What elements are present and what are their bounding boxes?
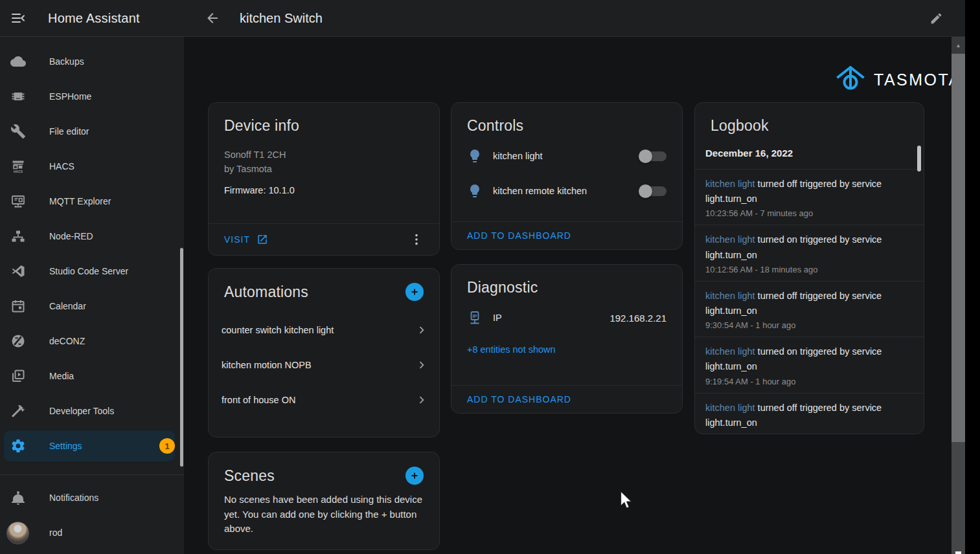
diagnostic-row-ip[interactable]: IP IP 192.168.2.21 [451,300,682,335]
open-in-new-icon [256,234,268,245]
back-arrow-icon[interactable] [205,10,220,26]
sidebar-item-node-red[interactable]: Node-RED [0,219,184,254]
chevron-right-icon [415,358,429,372]
entity-link[interactable]: kitchen light [705,346,755,357]
sidebar-item-user-profile[interactable]: rod [0,515,184,550]
sidebar-item-deconz[interactable]: deCONZ [0,324,184,359]
logbook-scrollbar-thumb[interactable] [917,146,921,172]
sidebar-item-calendar[interactable]: Calendar [0,289,184,324]
device-firmware: Firmware: 10.1.0 [224,185,424,195]
toggle-kitchen-light[interactable] [640,151,667,161]
logbook-timestamp: 10:12:56 AM - 18 minutes ago [705,265,913,274]
automations-card: Automations counter switch kitchen light… [208,268,440,438]
entity-link[interactable]: kitchen light [705,403,755,413]
main-scrollbar-thumb[interactable] [952,54,965,442]
vscode-icon [10,263,26,279]
sidebar-scrollbar-thumb[interactable] [180,248,183,467]
sidebar-item-hacs[interactable]: HACS HACS [0,149,184,184]
ip-network-icon: IP [467,310,483,326]
lightbulb-icon [467,148,483,164]
sidebar-item-developer-tools[interactable]: Developer Tools [0,393,184,428]
cloud-icon [10,54,26,69]
entity-link[interactable]: kitchen light [705,291,755,301]
tasmota-brand: TASMOTA [835,63,961,96]
entities-not-shown-link[interactable]: +8 entities not shown [451,335,682,365]
device-info-title: Device info [224,117,299,135]
device-model: Sonoff T1 2CH [224,148,424,162]
device-page: TASMOTA Device info Sonoff T1 2CH by Tas… [184,37,965,554]
logbook-timestamp: 9:19:54 AM - 1 hour ago [705,377,913,386]
store-icon: HACS [10,159,26,174]
sitemap-icon [10,228,26,244]
logbook-timestamp: 9:30:54 AM - 1 hour ago [705,320,913,330]
visit-button[interactable]: VISIT [224,234,268,245]
device-manufacturer: by Tasmota [224,162,424,176]
scrollbar-bottom-marker [955,551,961,554]
ip-value: 192.168.2.21 [610,313,667,324]
diagnostic-card: Diagnostic IP IP 192.168.2.21 +8 entitie… [451,264,683,414]
sidebar-item-backups[interactable]: Backups [0,44,184,79]
automation-row[interactable]: kitchen motion NOPB [209,348,439,382]
logbook-entry: kitchen light turned off triggered by se… [695,169,924,225]
toggle-kitchen-remote-kitchen[interactable] [640,186,667,196]
logbook-entry: kitchen light turned off triggered by se… [695,393,924,435]
mouse-cursor [619,491,633,513]
main-scrollbar: ▲ [952,37,965,554]
logbook-timestamp: 10:23:56 AM - 7 minutes ago [705,208,913,218]
sidebar-header: Home Assistant [0,0,184,37]
deconz-icon [10,333,26,349]
tasmota-logo-icon [835,63,866,96]
control-row-kitchen-remote-kitchen[interactable]: kitchen remote kitchen [451,173,682,208]
sidebar-item-esphome[interactable]: ESPHome [0,79,184,114]
chevron-right-icon [415,323,429,337]
content-region: kitchen Switch TASMOTA [184,0,965,554]
sidebar-item-settings[interactable]: Settings 1 [0,428,184,463]
automation-row[interactable]: front of house ON [209,382,439,417]
sidebar: Home Assistant Backups ESPHome File edit… [0,0,184,554]
logbook-card: Logbook December 16, 2022 kitchen light … [694,102,924,434]
sidebar-item-studio-code-server[interactable]: Studio Code Server [0,254,184,289]
diagnostic-title: Diagnostic [467,279,538,296]
tasmota-logo-text: TASMOTA [874,71,961,89]
page-header: kitchen Switch [184,0,965,37]
sidebar-item-media[interactable]: Media [0,359,184,393]
media-icon [10,368,26,384]
entity-link[interactable]: kitchen light [705,234,755,245]
automations-title: Automations [224,283,308,301]
app-title: Home Assistant [48,11,140,26]
logbook-entry: kitchen light turned on triggered by ser… [695,337,924,392]
monitor-icon [10,194,26,209]
logbook-entry: kitchen light turned off triggered by se… [695,281,924,337]
control-row-kitchen-light[interactable]: kitchen light [451,138,682,173]
diagnostic-add-to-dashboard-button[interactable]: ADD TO DASHBOARD [467,394,571,404]
sidebar-nav: Backups ESPHome File editor HACS HACS MQ… [0,37,184,468]
hammer-icon [10,403,26,419]
sidebar-item-notifications[interactable]: Notifications [0,480,184,515]
svg-text:HACS: HACS [14,170,23,173]
sidebar-item-file-editor[interactable]: File editor [0,114,184,149]
lightbulb-icon [467,183,483,199]
controls-add-to-dashboard-button[interactable]: ADD TO DASHBOARD [467,230,571,241]
add-scene-button[interactable] [405,467,424,485]
chip-icon [10,89,26,104]
gear-icon [10,438,26,454]
sidebar-item-mqtt-explorer[interactable]: MQTT Explorer [0,184,184,219]
menu-toggle-icon[interactable] [10,10,26,26]
add-automation-button[interactable] [405,283,424,301]
svg-text:IP: IP [472,313,477,319]
logbook-date-header: December 16, 2022 [695,138,924,169]
device-info-card: Device info Sonoff T1 2CH by Tasmota Fir… [208,102,440,256]
wrench-icon [10,124,26,139]
scenes-title: Scenes [224,467,275,485]
device-menu-dots-icon[interactable] [409,232,424,247]
logbook-entry: kitchen light turned on triggered by ser… [695,225,924,280]
scrollbar-up-arrow[interactable]: ▲ [952,37,965,54]
controls-title: Controls [467,117,523,135]
page-title: kitchen Switch [240,11,323,26]
bell-icon [10,490,26,505]
calendar-icon [10,298,26,314]
logbook-title: Logbook [711,117,769,135]
pencil-icon[interactable] [929,12,943,25]
automation-row[interactable]: counter switch kitchen light [209,313,439,348]
entity-link[interactable]: kitchen light [705,179,755,189]
